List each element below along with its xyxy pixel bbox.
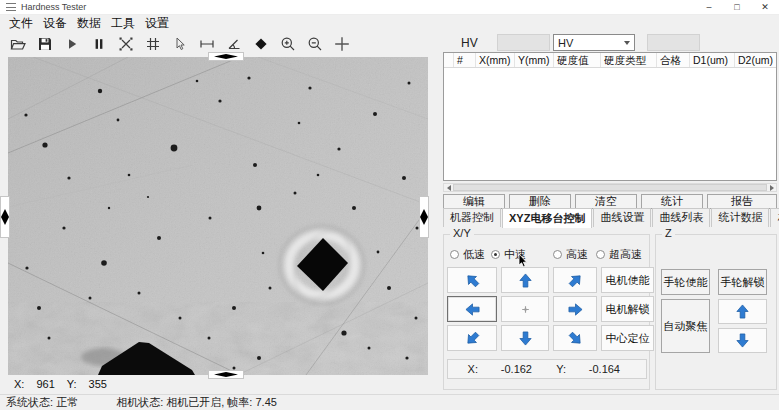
menu-settings[interactable]: 设置: [140, 14, 174, 33]
y-position-label: Y:: [536, 363, 566, 375]
hv-value-field[interactable]: [497, 34, 550, 51]
move-left-button[interactable]: [447, 296, 497, 322]
camera-image-view[interactable]: [8, 57, 428, 375]
radio-ultra-high-speed[interactable]: 超高速: [596, 247, 642, 262]
right-stage-marker[interactable]: [419, 196, 429, 238]
arrow-down-left-icon: [461, 327, 482, 348]
move-down-right-button[interactable]: [553, 325, 597, 351]
marker-diamond-icon: [214, 54, 238, 59]
menu-data[interactable]: 数据: [72, 14, 106, 33]
app-icon: [6, 3, 16, 11]
z-panel-title: Z: [662, 227, 675, 239]
arrow-down-right-icon: [564, 327, 585, 348]
xy-panel-title: X/Y: [450, 227, 474, 239]
pixel-x-label: X:: [14, 378, 24, 390]
edit-button[interactable]: 编辑: [443, 194, 505, 209]
play-icon: [64, 36, 80, 52]
tab-machine-control[interactable]: 机器控制: [443, 208, 501, 227]
open-file-icon: [10, 36, 26, 52]
z-down-button[interactable]: [718, 328, 767, 353]
indent-diamond-button[interactable]: [247, 33, 274, 54]
grid-button[interactable]: [139, 33, 166, 54]
scroll-left-icon[interactable]: [444, 184, 453, 191]
handwheel-enable-button[interactable]: 手轮使能: [661, 269, 710, 295]
move-up-left-button[interactable]: [447, 267, 497, 293]
col-d1: D1(um): [690, 53, 735, 67]
top-stage-marker[interactable]: [208, 52, 244, 61]
radio-low-speed[interactable]: 低速: [450, 247, 485, 262]
radio-circle: [596, 250, 605, 259]
arrow-up-left-icon: [461, 269, 482, 290]
arrow-up-right-icon: [564, 269, 585, 290]
zoom-out-button[interactable]: [301, 33, 328, 54]
window-title: Hardness Tester: [21, 2, 86, 12]
move-down-left-button[interactable]: [447, 325, 497, 351]
indent-diamond-icon: [253, 36, 269, 52]
hardness-scale-select[interactable]: HV: [553, 34, 635, 51]
handwheel-unlock-button[interactable]: 手轮解锁: [718, 269, 767, 295]
menu-device[interactable]: 设备: [38, 14, 72, 33]
close-button[interactable]: ✕: [751, 0, 779, 15]
play-button[interactable]: [58, 33, 85, 54]
pixel-coordinates: X: 961 Y: 355: [14, 378, 119, 390]
minimize-button[interactable]: –: [695, 0, 723, 15]
tab-statistics-data[interactable]: 统计数据: [711, 208, 769, 227]
tab-xyz-stage-control[interactable]: XYZ电移台控制: [502, 208, 592, 228]
motor-enable-button[interactable]: 电机使能: [601, 267, 654, 293]
pixel-y-label: Y:: [67, 378, 77, 390]
z-up-button[interactable]: [718, 299, 767, 324]
crosshair-button[interactable]: [328, 33, 355, 54]
mouse-cursor: [518, 254, 530, 269]
tab-curve-list[interactable]: 曲线列表: [652, 208, 710, 227]
bottom-stage-marker[interactable]: [208, 370, 244, 379]
open-file-button[interactable]: [4, 33, 31, 54]
radio-high-speed[interactable]: 高速: [553, 247, 588, 262]
zoom-in-button[interactable]: [274, 33, 301, 54]
motor-unlock-button[interactable]: 电机解锁: [601, 296, 654, 322]
col-x: X(mm): [476, 53, 515, 67]
move-right-button[interactable]: [553, 296, 597, 322]
results-table[interactable]: # X(mm) Y(mm) 硬度值 硬度类型 合格 D1(um) D2(um): [443, 52, 777, 181]
y-position-value: -0.164: [566, 363, 624, 375]
results-table-body[interactable]: [444, 68, 776, 180]
menu-tools[interactable]: 工具: [106, 14, 140, 33]
maximize-button[interactable]: □: [723, 0, 751, 15]
chevron-down-icon: [624, 41, 630, 45]
control-tabs: 机器控制 XYZ电移台控制 曲线设置 曲线列表 统计数据 相册: [443, 211, 777, 227]
auto-point-icon: [118, 36, 134, 52]
delete-button[interactable]: 删除: [509, 194, 571, 209]
angle-measure-button[interactable]: [220, 33, 247, 54]
scroll-right-icon[interactable]: [767, 184, 776, 191]
length-measure-icon: [199, 36, 215, 52]
marker-diamond-icon: [420, 209, 428, 225]
table-horizontal-scrollbar[interactable]: [443, 183, 777, 192]
z-panel: Z 手轮使能 手轮解锁 自动聚焦: [655, 234, 777, 390]
statistics-button[interactable]: 统计: [641, 194, 703, 209]
auto-point-button[interactable]: [112, 33, 139, 54]
extra-value-field[interactable]: [647, 34, 700, 51]
pointer-button[interactable]: [166, 33, 193, 54]
auto-focus-button[interactable]: 自动聚焦: [661, 299, 710, 353]
clear-button[interactable]: 清空: [575, 194, 637, 209]
report-button[interactable]: 报告: [707, 194, 777, 209]
scrollbar-thumb[interactable]: [453, 184, 767, 191]
center-dot-icon: [518, 302, 533, 317]
save-button[interactable]: [31, 33, 58, 54]
menu-file[interactable]: 文件: [4, 14, 38, 33]
col-d2: D2(um): [735, 53, 776, 67]
move-button-grid: 电机使能 电机解锁 中心定位: [447, 267, 654, 351]
pause-button[interactable]: [85, 33, 112, 54]
move-down-button[interactable]: [501, 325, 549, 351]
left-stage-marker[interactable]: [0, 196, 10, 238]
pause-icon: [91, 36, 107, 52]
zoom-out-icon: [307, 36, 323, 52]
arrow-right-icon: [568, 302, 583, 317]
move-center-button[interactable]: [501, 296, 549, 322]
length-measure-button[interactable]: [193, 33, 220, 54]
tab-photo-album[interactable]: 相册: [770, 208, 779, 227]
move-up-right-button[interactable]: [553, 267, 597, 293]
title-bar: Hardness Tester – □ ✕: [0, 0, 779, 15]
center-position-button[interactable]: 中心定位: [601, 325, 654, 351]
tab-curve-settings[interactable]: 曲线设置: [593, 208, 651, 227]
move-up-button[interactable]: [501, 267, 549, 293]
